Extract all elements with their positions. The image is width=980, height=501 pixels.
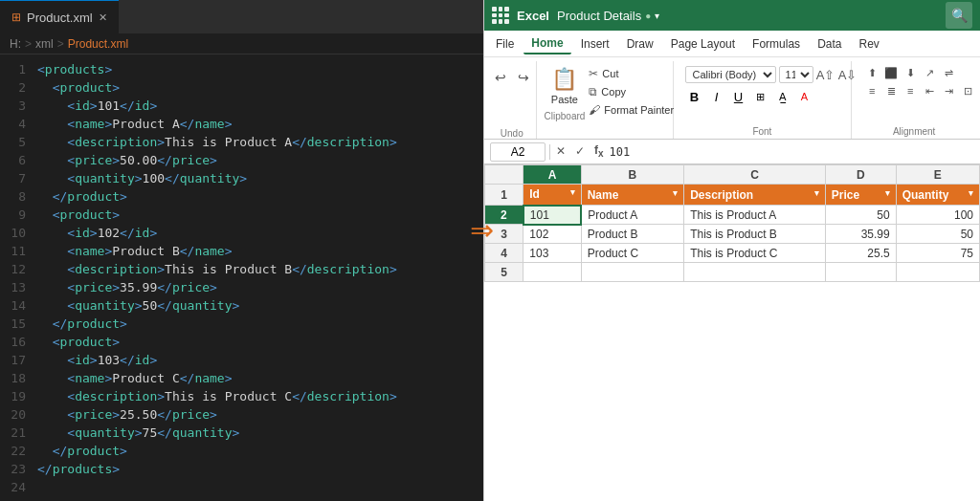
- border-button[interactable]: ⊞: [751, 87, 770, 106]
- bold-button[interactable]: B: [685, 87, 704, 106]
- excel-search-button[interactable]: 🔍: [946, 2, 972, 29]
- table-row: 4 103 Product C This is Product C 25.5 7…: [485, 244, 980, 263]
- filter-price-button[interactable]: ▾: [885, 188, 890, 198]
- cell-a2[interactable]: 101: [523, 206, 581, 225]
- doc-dropdown-icon[interactable]: ▾: [655, 11, 659, 21]
- apps-icon[interactable]: [492, 7, 509, 24]
- menu-insert[interactable]: Insert: [573, 34, 617, 54]
- underline-button[interactable]: U: [729, 87, 748, 106]
- col-header-b[interactable]: B: [581, 165, 683, 185]
- breadcrumb: H: > xml > Product.xml: [0, 33, 483, 54]
- cell-c4[interactable]: This is Product C: [684, 244, 826, 263]
- align-center-button[interactable]: ≣: [882, 83, 900, 98]
- italic-button[interactable]: I: [707, 87, 726, 106]
- format-painter-icon: 🖌: [589, 103, 600, 117]
- code-content[interactable]: <products> <product> <id>101</id> <name>…: [33, 54, 483, 501]
- col-header-d[interactable]: D: [825, 165, 896, 185]
- align-bottom-button[interactable]: ⬇: [902, 65, 919, 80]
- menu-page-layout[interactable]: Page Layout: [663, 34, 743, 54]
- cell-b3[interactable]: Product B: [581, 225, 683, 244]
- cell-b4[interactable]: Product C: [581, 244, 683, 263]
- cell-c3[interactable]: This is Product B: [684, 225, 826, 244]
- breadcrumb-folder: xml: [35, 37, 54, 51]
- align-middle-button[interactable]: ⬛: [882, 65, 900, 80]
- line-2: <product>: [37, 78, 483, 97]
- cell-d5[interactable]: [825, 263, 896, 282]
- header-id-cell[interactable]: Id ▾: [523, 185, 581, 206]
- cell-d4[interactable]: 25.5: [825, 244, 896, 263]
- cell-a4[interactable]: 103: [523, 244, 581, 263]
- menu-file[interactable]: File: [488, 34, 522, 54]
- line-3: <id>101</id>: [37, 97, 483, 115]
- confirm-formula-button[interactable]: ✓: [573, 142, 587, 160]
- font-color-button[interactable]: A: [795, 87, 814, 106]
- fill-color-button[interactable]: A̲: [773, 87, 792, 106]
- align-right-button[interactable]: ≡: [902, 83, 919, 98]
- cell-a5[interactable]: [523, 263, 581, 282]
- indent-decrease-button[interactable]: ⇤: [921, 83, 938, 98]
- align-top-button[interactable]: ⬆: [863, 65, 880, 80]
- cell-e4[interactable]: 75: [896, 244, 979, 263]
- cell-d2[interactable]: 50: [825, 206, 896, 225]
- col-header-c[interactable]: C: [684, 165, 826, 185]
- breadcrumb-sep2: >: [57, 37, 64, 51]
- indent-increase-button[interactable]: ⇥: [940, 83, 957, 98]
- formula-input[interactable]: [610, 145, 974, 159]
- filter-id-button[interactable]: ▾: [570, 187, 575, 197]
- breadcrumb-root: H:: [10, 37, 21, 51]
- line-22: </product>: [37, 442, 483, 460]
- formula-icons: ✕ ✓ fx: [554, 142, 606, 161]
- text-angle-button[interactable]: ↗: [921, 65, 938, 80]
- line-numbers: 123456 789101112 131415161718 1920212223…: [0, 54, 33, 501]
- copy-button[interactable]: ⧉ Copy: [585, 83, 678, 100]
- filter-quantity-button[interactable]: ▾: [969, 188, 973, 198]
- cell-reference-input[interactable]: [490, 142, 546, 162]
- spreadsheet[interactable]: A B C D E 1 Id ▾ Name ▾: [484, 164, 980, 501]
- paste-button[interactable]: 📋 Paste: [546, 63, 584, 109]
- cell-c2[interactable]: This is Product A: [684, 206, 826, 225]
- header-description-cell[interactable]: Description ▾: [684, 185, 826, 206]
- col-header-a[interactable]: A: [523, 165, 581, 185]
- cell-a3[interactable]: 102: [523, 225, 581, 244]
- header-price-cell[interactable]: Price ▾: [825, 185, 896, 206]
- cell-b5[interactable]: [581, 263, 683, 282]
- line-19: <description>This is Product C</descript…: [37, 387, 483, 405]
- header-quantity-cell[interactable]: Quantity ▾: [896, 185, 979, 206]
- align-left-button[interactable]: ≡: [863, 83, 880, 98]
- undo-button[interactable]: ↩: [490, 67, 511, 88]
- menu-review[interactable]: Rev: [851, 34, 886, 54]
- tab-close-button[interactable]: ✕: [99, 11, 107, 24]
- line-10: <id>102</id>: [37, 224, 483, 242]
- tab-bar: ⊞ Product.xml ✕: [0, 0, 483, 33]
- cell-c5[interactable]: [684, 263, 826, 282]
- redo-button[interactable]: ↪: [513, 67, 534, 88]
- insert-function-button[interactable]: fx: [592, 142, 606, 161]
- cell-e5[interactable]: [896, 263, 979, 282]
- filter-name-button[interactable]: ▾: [673, 188, 678, 198]
- menu-data[interactable]: Data: [810, 34, 849, 54]
- merge-center-button[interactable]: ⊡: [959, 83, 976, 98]
- cell-d3[interactable]: 35.99: [825, 225, 896, 244]
- excel-titlebar: Excel Product Details ● ▾ 🔍: [484, 0, 980, 31]
- table-row: 3 102 Product B This is Product B 35.99 …: [485, 225, 980, 244]
- menu-home[interactable]: Home: [523, 33, 570, 54]
- format-painter-button[interactable]: 🖌 Format Painter: [585, 101, 678, 119]
- font-grow-button[interactable]: A⇧: [816, 65, 835, 84]
- xml-tab[interactable]: ⊞ Product.xml ✕: [0, 0, 119, 33]
- cell-e3[interactable]: 50: [896, 225, 979, 244]
- menu-formulas[interactable]: Formulas: [745, 34, 808, 54]
- wrap-text-button[interactable]: ⇌: [940, 65, 957, 80]
- code-area[interactable]: 123456 789101112 131415161718 1920212223…: [0, 54, 483, 501]
- filter-description-button[interactable]: ▾: [814, 188, 819, 198]
- cut-icon: ✂: [589, 67, 598, 80]
- header-name-cell[interactable]: Name ▾: [581, 185, 683, 206]
- font-name-select[interactable]: Calibri (Body): [685, 66, 776, 83]
- cut-button[interactable]: ✂ Cut: [585, 65, 678, 82]
- row-header-4: 4: [485, 244, 523, 263]
- cancel-formula-button[interactable]: ✕: [554, 142, 568, 160]
- cell-b2[interactable]: Product A: [581, 206, 683, 225]
- font-size-select[interactable]: 11: [779, 66, 813, 83]
- menu-draw[interactable]: Draw: [619, 34, 661, 54]
- cell-e2[interactable]: 100: [896, 206, 979, 225]
- col-header-e[interactable]: E: [896, 165, 979, 185]
